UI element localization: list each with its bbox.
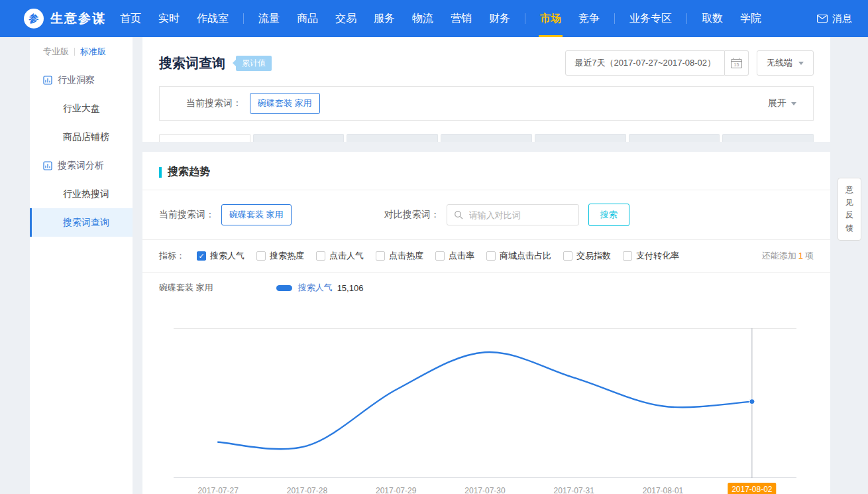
nav-item[interactable]: 财务 <box>480 0 519 37</box>
envelope-icon <box>817 15 828 23</box>
x-axis-label: 2017-07-28 <box>287 486 327 494</box>
brand[interactable]: 参 生意参谋 <box>24 9 106 29</box>
left-gutter <box>0 37 30 494</box>
metric-option-label: 点击率 <box>449 250 474 262</box>
metric-tab-stub[interactable] <box>535 134 626 142</box>
legend-series-value: 15,106 <box>337 283 364 293</box>
metric-option[interactable]: 搜索热度 <box>256 250 304 262</box>
title-row: 搜索词查询 累计值 最近7天（2017-07-27~2017-08-02） 15… <box>159 50 814 76</box>
sidebar-item[interactable]: 行业热搜词 <box>30 180 133 208</box>
calendar-icon[interactable]: 15 <box>725 50 749 76</box>
nav-item[interactable]: 首页 <box>111 0 150 37</box>
metric-option[interactable]: ✓搜索人气 <box>197 250 244 262</box>
brand-name: 生意参谋 <box>50 10 106 27</box>
version-tab-standard[interactable]: 标准版 <box>80 46 106 58</box>
checkbox-icon[interactable] <box>486 251 496 261</box>
sidebar-item-label: 行业大盘 <box>63 103 100 115</box>
nav-separator <box>686 13 687 24</box>
checkbox-icon[interactable] <box>316 251 325 261</box>
messages-link[interactable]: 消息 <box>817 13 852 25</box>
device-label: 无线端 <box>767 57 792 69</box>
x-axis-label-highlighted: 2017-08-02 <box>728 483 776 494</box>
metric-option[interactable]: 点击率 <box>435 250 474 262</box>
messages-label: 消息 <box>832 13 852 25</box>
nav-separator <box>243 13 244 24</box>
sidebar-item[interactable]: 行业大盘 <box>30 94 133 123</box>
metric-option[interactable]: 点击人气 <box>316 250 364 262</box>
version-tab-pro[interactable]: 专业版 <box>43 46 69 58</box>
legend-keyword: 碗碟套装 家用 <box>159 282 213 294</box>
nav-item[interactable]: 市场 <box>531 0 570 37</box>
expand-toggle[interactable]: 展开 <box>768 97 796 109</box>
metric-tab-stub[interactable] <box>253 134 345 142</box>
trend-line-chart[interactable]: 2017-07-272017-07-282017-07-292017-07-30… <box>174 328 796 494</box>
nav-item[interactable]: 业务专区 <box>621 0 680 37</box>
compare-word-input[interactable] <box>468 210 587 221</box>
sidebar-item[interactable]: 商品店铺榜 <box>30 123 133 151</box>
metric-option[interactable]: 商城点击占比 <box>486 250 551 262</box>
sidebar-item[interactable]: 搜索词分析 <box>30 151 133 180</box>
legend-swatch <box>276 285 292 291</box>
x-axis-label: 2017-08-01 <box>643 486 683 494</box>
current-search-term-chip[interactable]: 碗碟套装 家用 <box>221 204 292 225</box>
current-word-label: 当前搜索词： <box>186 97 242 109</box>
top-navbar: 参 生意参谋 首页实时作战室流量商品交易服务物流营销财务市场竞争业务专区取数学院… <box>0 0 868 37</box>
metric-tab-stub[interactable] <box>441 134 532 142</box>
sidebar-menu: 行业洞察行业大盘商品店铺榜搜索词分析行业热搜词搜索词查询 <box>30 66 133 237</box>
metric-option-label: 点击人气 <box>329 250 364 262</box>
search-button[interactable]: 搜索 <box>588 204 629 226</box>
checkbox-icon[interactable] <box>376 251 385 261</box>
version-switcher: 专业版 标准版 <box>30 37 133 66</box>
search-words-row: 当前搜索词： 碗碟套装 家用 对比搜索词： 搜索 <box>159 190 814 239</box>
feedback-button[interactable]: 意见反馈 <box>838 178 861 241</box>
nav-separator <box>525 13 525 24</box>
checkbox-icon[interactable] <box>623 251 632 261</box>
nav-item[interactable]: 服务 <box>365 0 404 37</box>
metric-tabs-row <box>159 134 814 142</box>
device-dropdown[interactable]: 无线端 <box>757 50 814 76</box>
chart-canvas <box>174 328 796 478</box>
current-search-term-chip[interactable]: 碗碟套装 家用 <box>250 93 320 114</box>
x-axis-label: 2017-07-27 <box>197 486 238 494</box>
date-range-text: 最近7天（2017-07-27~2017-08-02） <box>574 58 716 68</box>
remaining-metrics-hint: 还能添加1项 <box>762 250 814 262</box>
sidebar-item-label: 行业洞察 <box>58 74 95 86</box>
compare-label: 对比搜索词： <box>384 209 440 221</box>
checkbox-icon[interactable] <box>563 251 572 261</box>
nav-item[interactable]: 学院 <box>732 0 770 37</box>
sidebar-item[interactable]: 搜索词查询 <box>30 208 133 237</box>
page-layout: 专业版 标准版 行业洞察行业大盘商品店铺榜搜索词分析行业热搜词搜索词查询 搜索词… <box>0 37 868 494</box>
section-header: 搜索趋势 <box>159 165 814 179</box>
brand-logo-icon: 参 <box>24 9 44 29</box>
metric-option[interactable]: 支付转化率 <box>623 250 679 262</box>
nav-item[interactable]: 营销 <box>442 0 480 37</box>
checkbox-checked-icon[interactable]: ✓ <box>197 251 206 261</box>
main-content: 搜索词查询 累计值 最近7天（2017-07-27~2017-08-02） 15… <box>133 37 868 494</box>
nav-item[interactable]: 物流 <box>404 0 442 37</box>
metric-tab-stub[interactable] <box>722 134 814 142</box>
checkbox-icon[interactable] <box>256 251 266 261</box>
metric-tab-stub[interactable] <box>629 134 720 142</box>
metric-option[interactable]: 交易指数 <box>563 250 611 262</box>
legend-item[interactable]: 搜索人气 15,106 <box>276 282 364 294</box>
nav-item[interactable]: 取数 <box>693 0 732 37</box>
nav-item[interactable]: 流量 <box>250 0 288 37</box>
primary-nav: 首页实时作战室流量商品交易服务物流营销财务市场竞争业务专区取数学院 <box>111 0 770 37</box>
svg-text:15: 15 <box>734 62 739 67</box>
sidebar-item[interactable]: 行业洞察 <box>30 66 133 94</box>
nav-item[interactable]: 竞争 <box>570 0 608 37</box>
x-axis-labels: 2017-07-272017-07-282017-07-292017-07-30… <box>174 483 796 494</box>
current-search-word-bar: 当前搜索词： 碗碟套装 家用 展开 <box>159 86 814 121</box>
nav-item[interactable]: 商品 <box>288 0 327 37</box>
date-range-picker[interactable]: 最近7天（2017-07-27~2017-08-02） <box>565 50 725 76</box>
expand-label: 展开 <box>768 97 787 109</box>
checkbox-icon[interactable] <box>435 251 445 261</box>
metric-tab-stub[interactable] <box>347 134 438 142</box>
metric-option[interactable]: 点击热度 <box>376 250 423 262</box>
nav-item[interactable]: 作战室 <box>188 0 237 37</box>
nav-item[interactable]: 交易 <box>327 0 365 37</box>
chevron-down-icon <box>798 62 804 65</box>
metric-tab-stub[interactable] <box>159 134 250 142</box>
nav-item[interactable]: 实时 <box>150 0 188 37</box>
current-word-label: 当前搜索词： <box>159 209 215 221</box>
